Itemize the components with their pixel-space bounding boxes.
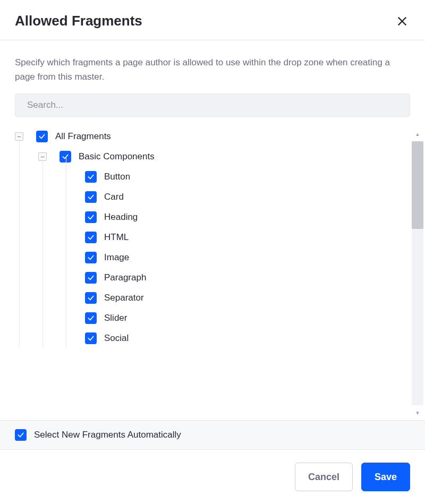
- tree-node-item: Social: [15, 328, 408, 348]
- check-icon: [17, 431, 24, 439]
- check-icon: [87, 274, 95, 281]
- checkbox-item[interactable]: [85, 211, 97, 223]
- tree-node-label: Heading: [104, 212, 138, 223]
- scrollbar[interactable]: ▲ ▼: [410, 126, 425, 420]
- dialog-title: Allowed Fragments: [15, 13, 142, 29]
- tree-node-item: Button: [15, 167, 408, 187]
- tree-guide-line: [66, 156, 66, 348]
- check-icon: [87, 254, 95, 261]
- check-icon: [87, 193, 95, 201]
- check-icon: [87, 173, 95, 181]
- tree-node-label: Basic Components: [79, 151, 155, 162]
- tree-node-group: − Basic Components: [15, 147, 408, 167]
- dialog-header: Allowed Fragments: [0, 0, 425, 40]
- checkbox-item[interactable]: [85, 332, 97, 344]
- tree-node-label: Social: [104, 333, 129, 344]
- checkbox-item[interactable]: [85, 272, 97, 284]
- tree-node-root: − All Fragments: [15, 126, 408, 147]
- tree-node-item: Separator: [15, 288, 408, 308]
- tree-guide-line: [42, 156, 43, 348]
- checkbox-item[interactable]: [85, 252, 97, 263]
- check-icon: [38, 133, 46, 140]
- tree-container: − All Fragments − Basic Components Bu: [0, 126, 425, 420]
- dialog-footer: Cancel Save: [0, 449, 425, 504]
- scroll-track[interactable]: [412, 141, 423, 405]
- checkbox-item[interactable]: [85, 292, 97, 304]
- scroll-thumb[interactable]: [412, 141, 423, 229]
- tree-node-label: Button: [104, 172, 130, 182]
- tree-node-item: Paragraph: [15, 268, 408, 288]
- close-button[interactable]: [394, 13, 410, 29]
- tree-node-label: Card: [104, 192, 124, 202]
- checkbox-item[interactable]: [85, 232, 97, 243]
- scroll-down-arrow[interactable]: ▼: [410, 405, 425, 420]
- tree-node-item: HTML: [15, 227, 408, 247]
- checkbox-auto-select[interactable]: [15, 429, 27, 441]
- save-button[interactable]: Save: [361, 463, 410, 491]
- fragment-tree[interactable]: − All Fragments − Basic Components Bu: [15, 126, 410, 420]
- tree-node-item: Image: [15, 247, 408, 268]
- check-icon: [87, 213, 95, 221]
- tree-node-label: Paragraph: [104, 272, 146, 283]
- check-icon: [87, 294, 95, 302]
- tree-node-label: HTML: [104, 232, 129, 243]
- tree-node-label: All Fragments: [55, 131, 111, 142]
- check-icon: [87, 234, 95, 241]
- close-icon: [396, 15, 408, 27]
- scroll-up-arrow[interactable]: ▲: [410, 126, 425, 141]
- tree-node-item: Heading: [15, 207, 408, 227]
- collapse-toggle[interactable]: −: [15, 132, 23, 141]
- search-wrap: [0, 93, 425, 126]
- collapse-toggle[interactable]: −: [38, 152, 47, 161]
- check-icon: [87, 314, 95, 322]
- checkbox-all-fragments[interactable]: [36, 131, 48, 142]
- checkbox-item[interactable]: [85, 191, 97, 203]
- tree-node-label: Image: [104, 252, 129, 263]
- checkbox-basic-components[interactable]: [60, 151, 71, 163]
- check-icon: [87, 335, 95, 342]
- checkbox-item[interactable]: [85, 171, 97, 183]
- auto-select-row: Select New Fragments Automatically: [0, 420, 425, 449]
- tree-node-label: Separator: [104, 293, 144, 303]
- search-input[interactable]: [15, 93, 410, 117]
- cancel-button[interactable]: Cancel: [295, 463, 353, 491]
- dialog-description: Specify which fragments a page author is…: [0, 40, 425, 93]
- tree-guide-line: [19, 138, 20, 348]
- checkbox-item[interactable]: [85, 312, 97, 324]
- tree-node-item: Slider: [15, 308, 408, 328]
- tree-node-label: Slider: [104, 313, 127, 323]
- tree-node-item: Card: [15, 187, 408, 207]
- check-icon: [62, 153, 69, 160]
- auto-select-label: Select New Fragments Automatically: [34, 430, 181, 440]
